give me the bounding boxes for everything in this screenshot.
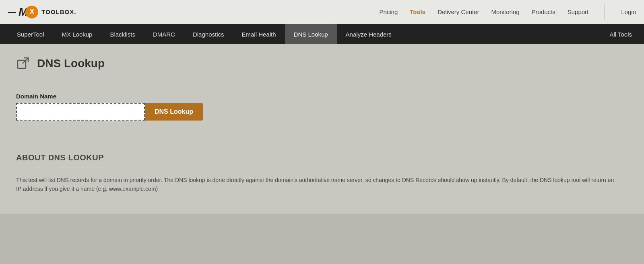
main-content: DNS Lookup Domain Name DNS Lookup ABOUT … xyxy=(0,44,644,214)
nav-monitoring[interactable]: Monitoring xyxy=(491,8,520,15)
about-text: This test will list DNS records for a do… xyxy=(16,176,620,194)
dns-lookup-button[interactable]: DNS Lookup xyxy=(145,103,203,121)
top-nav: — M X TOOLBOX. Pricing Tools Delivery Ce… xyxy=(0,0,644,24)
logo-toolbox-text: TOOLBOX. xyxy=(41,8,76,15)
domain-label: Domain Name xyxy=(16,93,628,100)
section-divider xyxy=(16,141,628,141)
about-divider xyxy=(16,169,628,169)
about-title: ABOUT DNS LOOKUP xyxy=(16,153,628,162)
form-section: Domain Name DNS Lookup xyxy=(16,89,628,133)
form-row: DNS Lookup xyxy=(16,103,628,121)
sec-nav-analyze-headers[interactable]: Analyze Headers xyxy=(337,24,400,44)
sec-nav-dmarc[interactable]: DMARC xyxy=(144,24,184,44)
sec-nav-mx-lookup[interactable]: MX Lookup xyxy=(53,24,101,44)
nav-login[interactable]: Login xyxy=(621,8,636,15)
logo-x-circle: X xyxy=(25,6,38,18)
page-header: DNS Lookup xyxy=(16,56,628,71)
nav-products[interactable]: Products xyxy=(532,8,555,15)
about-section: ABOUT DNS LOOKUP This test will list DNS… xyxy=(16,149,628,198)
share-icon[interactable] xyxy=(16,56,31,71)
sec-nav: SuperTool MX Lookup Blacklists DMARC Dia… xyxy=(0,24,644,44)
page-title: DNS Lookup xyxy=(37,57,105,70)
header-divider xyxy=(16,79,628,79)
sec-nav-all-tools[interactable]: All Tools xyxy=(605,31,636,38)
nav-pricing[interactable]: Pricing xyxy=(379,8,398,15)
nav-support[interactable]: Support xyxy=(568,8,589,15)
nav-tools[interactable]: Tools xyxy=(410,8,425,15)
nav-divider xyxy=(605,4,605,20)
sec-nav-email-health[interactable]: Email Health xyxy=(233,24,285,44)
logo-dash: — xyxy=(8,7,16,16)
logo[interactable]: — M X TOOLBOX. xyxy=(8,6,76,18)
sec-nav-supertool[interactable]: SuperTool xyxy=(8,24,53,44)
domain-input[interactable] xyxy=(16,103,145,121)
sec-nav-blacklists[interactable]: Blacklists xyxy=(101,24,144,44)
sec-nav-diagnostics[interactable]: Diagnostics xyxy=(184,24,233,44)
sec-nav-dns-lookup[interactable]: DNS Lookup xyxy=(285,24,337,44)
top-nav-links: Pricing Tools Delivery Center Monitoring… xyxy=(379,4,636,20)
sec-nav-items: SuperTool MX Lookup Blacklists DMARC Dia… xyxy=(8,24,605,44)
nav-delivery-center[interactable]: Delivery Center xyxy=(438,8,479,15)
